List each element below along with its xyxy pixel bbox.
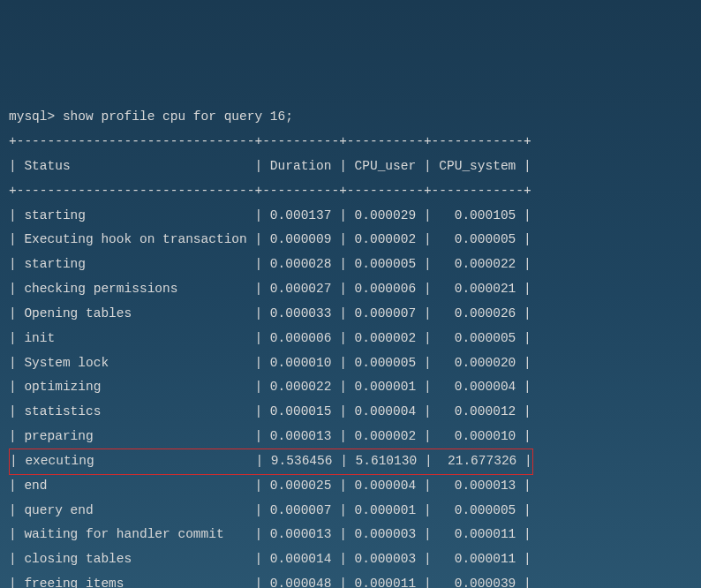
terminal-output: mysql> show profile cpu for query 16;+--…	[9, 105, 692, 588]
table-row-highlighted: | executing | 9.536456 | 5.610130 | 21.6…	[9, 449, 692, 474]
table-row: | checking permissions | 0.000027 | 0.00…	[9, 277, 692, 302]
command-text: show profile cpu for query 16;	[63, 109, 293, 124]
table-row: | end | 0.000025 | 0.000004 | 0.000013 |	[9, 474, 692, 499]
prompt: mysql>	[9, 109, 63, 124]
table-row: | statistics | 0.000015 | 0.000004 | 0.0…	[9, 400, 692, 425]
table-row: | Executing hook on transaction | 0.0000…	[9, 228, 692, 253]
command-line[interactable]: mysql> show profile cpu for query 16;	[9, 105, 692, 130]
table-row: | preparing | 0.000013 | 0.000002 | 0.00…	[9, 425, 692, 449]
highlight-box: | executing | 9.536456 | 5.610130 | 21.6…	[9, 449, 533, 475]
table-row: | init | 0.000006 | 0.000002 | 0.000005 …	[9, 327, 692, 351]
table-row: | closing tables | 0.000014 | 0.000003 |…	[9, 547, 692, 572]
divider: +-------------------------------+-------…	[9, 179, 692, 204]
table-row: | System lock | 0.000010 | 0.000005 | 0.…	[9, 351, 692, 376]
table-row: | Opening tables | 0.000033 | 0.000007 |…	[9, 302, 692, 327]
table-row: | starting | 0.000028 | 0.000005 | 0.000…	[9, 253, 692, 277]
table-row: | optimizing | 0.000022 | 0.000001 | 0.0…	[9, 375, 692, 400]
table-row: | starting | 0.000137 | 0.000029 | 0.000…	[9, 204, 692, 229]
table-row: | freeing items | 0.000048 | 0.000011 | …	[9, 572, 692, 588]
table-row: | query end | 0.000007 | 0.000001 | 0.00…	[9, 499, 692, 524]
table-row: | waiting for handler commit | 0.000013 …	[9, 523, 692, 547]
divider: +-------------------------------+-------…	[9, 130, 692, 155]
table-header: | Status | Duration | CPU_user | CPU_sys…	[9, 155, 692, 179]
